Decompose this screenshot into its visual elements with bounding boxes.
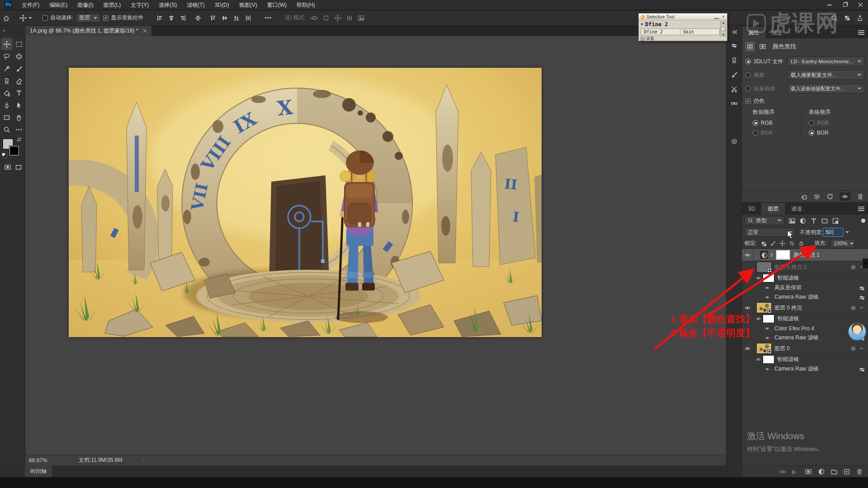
device-link-dropdown[interactable]: 载入设备链接配置文件... bbox=[788, 84, 864, 94]
filter-shape-icon[interactable] bbox=[821, 217, 828, 224]
align-middle-icon[interactable] bbox=[221, 14, 228, 22]
dialog-title-bar[interactable]: Selective Tool ✕ bbox=[639, 14, 727, 20]
type-tool[interactable] bbox=[13, 87, 25, 99]
layer-style-fx-icon[interactable] bbox=[792, 468, 799, 475]
timeline-tab[interactable]: 时间轴 bbox=[25, 465, 52, 477]
menu-file[interactable]: 文件(F) bbox=[17, 0, 44, 10]
previous-state-eye-icon[interactable] bbox=[813, 193, 820, 200]
tab-info[interactable]: 信息 bbox=[765, 27, 789, 38]
settings-gear-icon[interactable]: ic bbox=[641, 37, 645, 41]
filter-mask-thumbnail[interactable] bbox=[763, 355, 774, 364]
scroll-up-icon[interactable] bbox=[722, 22, 725, 24]
table-order-rgb-radio[interactable] bbox=[809, 120, 814, 126]
show-transform-option[interactable]: ✓ 显示变换控件 bbox=[103, 14, 143, 22]
hand-tool[interactable] bbox=[13, 111, 25, 123]
scroll-down-icon[interactable] bbox=[722, 34, 725, 36]
panel-collapse-arrow[interactable] bbox=[863, 258, 868, 268]
visibility-eye-icon[interactable] bbox=[764, 286, 770, 290]
layer-name[interactable]: 颜色查找 1 bbox=[793, 251, 820, 259]
dock-brush-settings-icon[interactable] bbox=[731, 71, 738, 78]
visibility-toggle[interactable] bbox=[742, 261, 754, 273]
collapse-effects-icon[interactable] bbox=[859, 305, 864, 310]
menu-3d[interactable]: 3D(D) bbox=[210, 0, 234, 10]
smart-filter-icon[interactable] bbox=[850, 346, 856, 352]
visibility-eye-icon[interactable] bbox=[755, 276, 761, 281]
align-right-icon[interactable] bbox=[179, 14, 187, 22]
new-layer-icon[interactable] bbox=[843, 468, 850, 475]
dock-clone-icon[interactable] bbox=[731, 138, 738, 145]
dialog-table-cell[interactable]: Dfine 2 bbox=[641, 29, 680, 35]
new-adjustment-icon[interactable] bbox=[818, 468, 825, 475]
zoom-tool[interactable] bbox=[1, 123, 13, 136]
move-tool-icon[interactable] bbox=[19, 14, 27, 22]
filter-mask-thumbnail[interactable] bbox=[763, 314, 774, 323]
visibility-eye-icon[interactable] bbox=[755, 316, 761, 321]
default-colors-icon[interactable] bbox=[2, 153, 7, 158]
lock-all-icon[interactable] bbox=[798, 240, 804, 246]
align-bottom-icon[interactable] bbox=[233, 14, 240, 22]
filter-row[interactable]: 高反差保留 bbox=[742, 283, 868, 292]
user-avatar[interactable] bbox=[848, 323, 866, 341]
dither-checkbox[interactable]: ✓ bbox=[745, 99, 751, 104]
share-icon[interactable] bbox=[856, 14, 863, 22]
section-collapse-icon[interactable] bbox=[641, 23, 643, 25]
layer-thumbnail[interactable]: ▣ bbox=[756, 343, 772, 354]
dock-scissors-icon[interactable] bbox=[731, 85, 738, 93]
more-options-icon[interactable]: ••• bbox=[264, 15, 272, 21]
zoom-level[interactable]: 66.67% bbox=[29, 457, 79, 464]
menu-filter[interactable]: 滤镜(T) bbox=[182, 0, 209, 10]
clip-to-layer-icon[interactable] bbox=[800, 193, 807, 200]
filter-name[interactable]: Camera Raw 滤镜 bbox=[774, 334, 818, 342]
visibility-eye-icon[interactable] bbox=[764, 367, 770, 371]
table-order-bgr-radio[interactable] bbox=[809, 130, 814, 136]
lasso-tool[interactable] bbox=[1, 50, 13, 62]
tab-layers[interactable]: 图层 bbox=[761, 203, 785, 215]
clone-stamp-tool[interactable] bbox=[1, 75, 13, 87]
auto-select-target-dropdown[interactable]: 图层 bbox=[76, 14, 100, 23]
opacity-input[interactable]: 50 bbox=[823, 228, 844, 237]
filter-name[interactable]: Camera Raw 滤镜 bbox=[774, 293, 818, 301]
filter-toggle-icon[interactable] bbox=[861, 219, 865, 223]
status-chevron-icon[interactable]: 〉 bbox=[141, 456, 146, 464]
rectangle-tool[interactable] bbox=[1, 111, 13, 123]
more-tools[interactable] bbox=[13, 123, 25, 136]
layer-name[interactable]: 图层 0 bbox=[774, 345, 790, 352]
layer-name[interactable]: 图层 0 拷贝 bbox=[774, 304, 802, 312]
selective-tool-dialog[interactable]: Selective Tool ✕ Dfine 2 Dfine 2 Skin ic… bbox=[638, 13, 727, 41]
show-transform-checkbox[interactable]: ✓ bbox=[103, 15, 108, 21]
visibility-eye-icon[interactable] bbox=[744, 346, 751, 352]
eyedropper-tool[interactable] bbox=[1, 62, 13, 75]
visibility-eye-icon[interactable] bbox=[755, 357, 761, 362]
visibility-eye-icon[interactable] bbox=[840, 192, 850, 201]
collapse-effects-icon[interactable] bbox=[859, 346, 864, 351]
lock-move-icon[interactable] bbox=[779, 240, 785, 246]
paint-bucket-tool[interactable] bbox=[1, 87, 13, 99]
layer-row[interactable]: ▣ 图层 0 拷贝 2 bbox=[742, 261, 868, 273]
align-edges-icon[interactable] bbox=[194, 14, 202, 22]
lock-transparent-icon[interactable] bbox=[760, 240, 766, 246]
dialog-minimize-icon[interactable] bbox=[714, 15, 719, 19]
fill-dropdown[interactable]: 100% bbox=[830, 239, 855, 248]
canvas-area[interactable]: X IX VIII VII II bbox=[25, 36, 726, 455]
layer-thumbnail[interactable]: ▣ bbox=[756, 262, 772, 272]
healing-brush-tool[interactable] bbox=[13, 50, 25, 62]
adjustment-layer-icon[interactable] bbox=[760, 251, 768, 259]
background-color-swatch[interactable] bbox=[9, 146, 19, 155]
abstract-dropdown[interactable]: 载入摘要配置文件... bbox=[788, 70, 864, 80]
abstract-radio[interactable] bbox=[745, 72, 751, 78]
lock-paint-icon[interactable] bbox=[770, 240, 776, 246]
align-left-icon[interactable] bbox=[156, 14, 163, 22]
dialog-footer-label[interactable]: 设置 bbox=[646, 36, 654, 42]
filter-smart-object-icon[interactable] bbox=[832, 217, 839, 224]
close-tab-icon[interactable] bbox=[143, 29, 147, 33]
layer-row[interactable]: ▣ 图层 0 bbox=[742, 343, 868, 355]
filter-adjustment-icon[interactable] bbox=[799, 217, 806, 224]
photoshop-logo[interactable]: Ps bbox=[5, 1, 12, 9]
dock-link-icon[interactable] bbox=[731, 100, 738, 107]
dialog-scrollbar[interactable] bbox=[720, 21, 726, 37]
brush-tool[interactable] bbox=[13, 62, 25, 75]
menu-view[interactable]: 视图(V) bbox=[234, 0, 262, 10]
toolbar-collapse[interactable]: « bbox=[0, 26, 25, 36]
document-tab[interactable]: 1A.png @ 66.7% (颜色查找 1, 图层蒙版/16) * bbox=[25, 26, 152, 36]
panel-menu-icon[interactable] bbox=[858, 29, 864, 36]
